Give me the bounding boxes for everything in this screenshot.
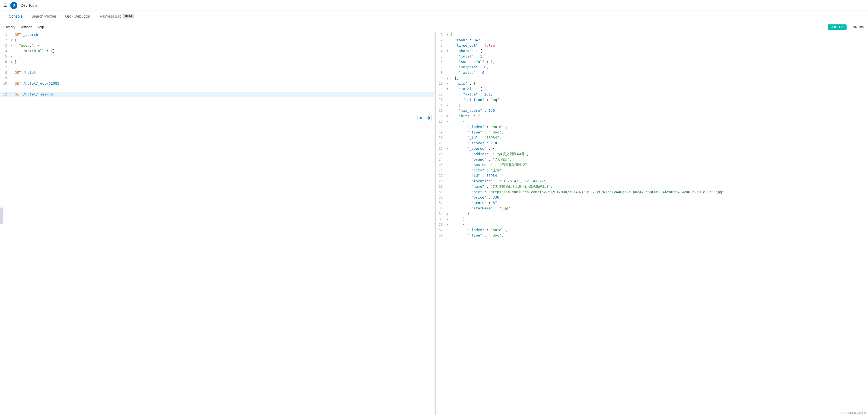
table-row: 1 GET _search [0, 32, 434, 37]
table-row: 10 GET /hotel/_doc/61083 [0, 81, 434, 86]
tab-painless-lab[interactable]: Painless Lab BETA [95, 11, 138, 22]
top-bar: ☰ D Dev Tools [0, 0, 868, 11]
right-panel[interactable]: 1 ▼ { 2 "took" : 847, 3 "timed_out" : fa… [436, 32, 868, 415]
table-row: 20 "_id" : "36934", [436, 135, 868, 140]
status-badge: 200 - OK [828, 24, 846, 30]
table-row: 18 "_index" : "hotel", [436, 124, 868, 130]
table-row: 2 "took" : 847, [436, 37, 868, 43]
table-row: 21 "_score" : 1.0, [436, 140, 868, 146]
table-row: 12 GET /hotel/_search [0, 92, 434, 97]
table-row: 9 [0, 75, 434, 81]
table-row: 5 "total" : 1, [436, 54, 868, 59]
hamburger-icon[interactable]: ☰ [3, 3, 7, 8]
help-button[interactable]: Help [37, 24, 44, 30]
tab-grok-debugger[interactable]: Grok Debugger [61, 11, 95, 22]
copy-button[interactable] [425, 115, 432, 121]
table-row: 3 ▼ "query": { [0, 43, 434, 48]
table-row: 32 "score" : 37, [436, 200, 868, 205]
table-row: 23 "address" : "静安交通路40号", [436, 151, 868, 157]
table-row: 35 ▲ }, [436, 217, 868, 222]
table-row: 11 ▼ "total" : { [436, 86, 868, 92]
editor-left: 1 GET _search 2 ▼ { 3 ▼ "query": { 4 | "… [0, 32, 434, 97]
response-time: 949 ms [853, 25, 864, 29]
svg-marker-0 [420, 116, 422, 120]
table-row: 6 "successful" : 1, [436, 59, 868, 65]
table-row: 7 "skipped" : 0, [436, 65, 868, 70]
table-row: 5 ▲ } [0, 54, 434, 59]
table-row: 10 ▼ "hits" : { [436, 81, 868, 86]
table-row: 38 "_type" : "_doc", [436, 233, 868, 238]
table-row: 4 | "match_all": {} [0, 48, 434, 54]
app-avatar: D [10, 2, 18, 9]
app-title: Dev Tools [21, 3, 37, 8]
beta-badge: BETA [123, 14, 134, 19]
table-row: 36 ▼ { [436, 222, 868, 227]
editor-right: 1 ▼ { 2 "took" : 847, 3 "timed_out" : fa… [436, 32, 868, 238]
table-row: 34 ▲ } [436, 211, 868, 217]
settings-button[interactable]: Settings [20, 24, 32, 30]
tab-search-profiler[interactable]: Search Profiler [27, 11, 61, 22]
left-panel[interactable]: 1 GET _search 2 ▼ { 3 ▼ "query": { 4 | "… [0, 32, 434, 415]
table-row: 22 ▼ "_source" : { [436, 146, 868, 151]
table-row: 27 "id" : 36934, [436, 173, 868, 179]
table-row: 19 "_type" : "_doc", [436, 130, 868, 135]
table-row: 2 ▼ { [0, 37, 434, 43]
table-row: 25 "business" : "四川北路商业区", [436, 162, 868, 168]
table-row: 11 [0, 86, 434, 92]
table-row: 3 "timed_out" : false, [436, 43, 868, 48]
toolbar: History Settings Help 200 - OK 949 ms [0, 22, 868, 32]
table-row: 28 "location" : "31.251433, 121.47522", [436, 179, 868, 184]
table-row: 6 ▲ } [0, 59, 434, 65]
table-row: 31 "price" : 336, [436, 195, 868, 200]
table-row: 12 "value" : 201, [436, 92, 868, 97]
table-row: 14 ▲ }, [436, 102, 868, 108]
nav-tabs: Console Search Profiler Grok Debugger Pa… [0, 11, 868, 22]
table-row: 17 ▼ { [436, 119, 868, 124]
table-row: 26 "city" : "上海", [436, 168, 868, 173]
table-row: 7 [0, 65, 434, 70]
copyright-text: CSDN ©Ding_Jianjun [840, 412, 866, 414]
table-row: 9 ▲ }, [436, 75, 868, 81]
table-row: 29 "name" : "7天连锁酒店(上海宝山路地铁站店)", [436, 184, 868, 189]
table-row: 30 "pic" : "https://m.tuniucdn.com/fb2/t… [436, 189, 868, 195]
left-sidebar-tab[interactable] [0, 208, 3, 224]
main-content: 1 GET _search 2 ▼ { 3 ▼ "query": { 4 | "… [0, 32, 868, 415]
table-row: 13 "relation" : "eq" [436, 97, 868, 102]
table-row: 8 "failed" : 0 [436, 70, 868, 75]
table-row: 15 "max_score" : 1.0, [436, 108, 868, 114]
table-row: 33 "starName" : "二钻" [436, 205, 868, 211]
table-row: 4 ▼ "_shards" : { [436, 48, 868, 54]
table-row: 24 "brand" : "7天酒店", [436, 157, 868, 162]
table-row: 8 GET /hotel [0, 70, 434, 75]
table-row: 1 ▼ { [436, 32, 868, 37]
history-button[interactable]: History [4, 24, 15, 30]
run-button[interactable] [417, 115, 424, 121]
table-row: 37 "_index" : "hotel", [436, 227, 868, 233]
table-row: 16 ▼ "hits" : [ [436, 114, 868, 119]
tab-console[interactable]: Console [4, 11, 27, 22]
action-buttons [417, 115, 432, 121]
